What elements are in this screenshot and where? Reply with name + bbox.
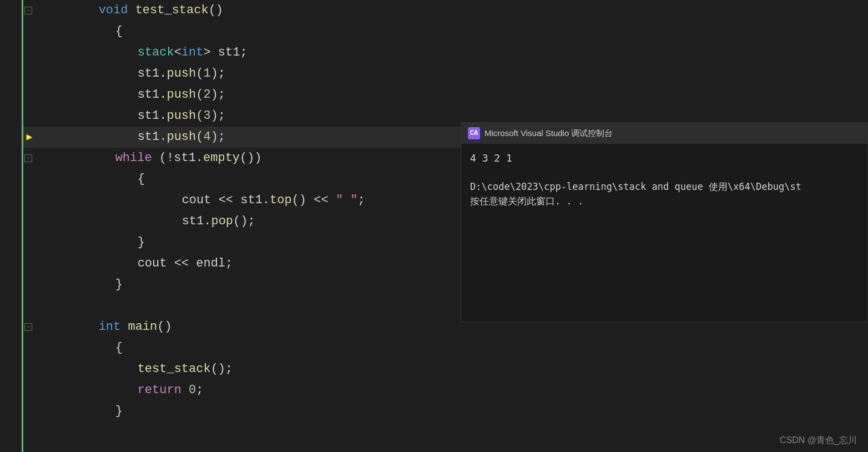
current-line-arrow: ▶ [27, 127, 33, 148]
debug-output-text: 4 3 2 1 [470, 152, 512, 164]
kw-return: return [138, 383, 181, 397]
debug-console[interactable]: CA Microsoft Visual Studio 调试控制台 4 3 2 1… [461, 122, 868, 322]
fold-indicator: - [23, 154, 34, 162]
fold-indicator: ▶ [23, 127, 34, 148]
debug-title-bar: CA Microsoft Visual Studio 调试控制台 [461, 123, 867, 144]
fn-test-stack: test_stack [135, 3, 209, 17]
debug-console-title: Microsoft Visual Studio 调试控制台 [485, 128, 613, 139]
left-bar [0, 0, 23, 452]
fold-indicator: - [23, 323, 34, 331]
editor-container: - void test_stack() { stack<int> st1; st… [0, 0, 868, 452]
debug-console-icon: CA [468, 127, 480, 139]
watermark-text: CSDN @青色_忘川 [780, 435, 857, 445]
debug-path: D:\code\2023\cpp-learning\stack and queu… [470, 180, 859, 194]
debug-spacer [470, 171, 859, 180]
code-line: } [23, 401, 868, 422]
code-line: return 0; [23, 380, 868, 401]
fold-indicator: - [23, 7, 34, 14]
code-content: } [34, 380, 123, 443]
debug-output-line: 4 3 2 1 [470, 150, 859, 167]
code-line: - void test_stack() [23, 0, 868, 21]
watermark: CSDN @青色_忘川 [780, 435, 857, 446]
debug-console-content: 4 3 2 1 D:\code\2023\cpp-learning\stack … [461, 144, 867, 215]
fn-main: main [128, 320, 157, 334]
debug-close-msg: 按任意键关闭此窗口. . . [470, 194, 859, 209]
debug-icon-label: CA [470, 129, 478, 137]
